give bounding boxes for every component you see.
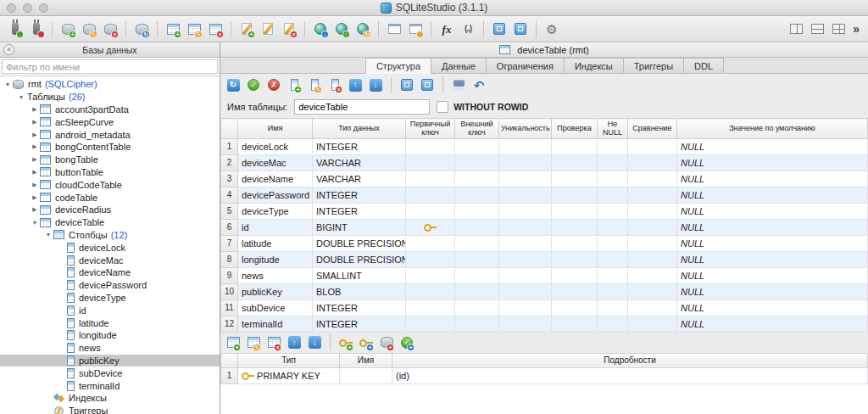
not-null-cell[interactable] (598, 138, 628, 154)
refresh-structure-icon[interactable]: ↻ (224, 76, 242, 94)
tile-windows-icon[interactable] (489, 19, 509, 39)
collation-cell[interactable] (628, 316, 677, 332)
convert-database-icon[interactable]: ↻ (353, 19, 373, 39)
column-type-cell[interactable]: INTEGER (313, 187, 406, 203)
unique-cell[interactable] (499, 138, 552, 154)
without-rowid-checkbox[interactable] (437, 101, 448, 113)
minimize-window-button[interactable] (23, 3, 32, 13)
check-cell[interactable] (552, 299, 598, 316)
tree-item-bongContentTable[interactable]: ▶bongContentTable (0, 141, 220, 154)
primary-key-cell[interactable] (406, 187, 455, 203)
primary-key-cell[interactable] (406, 219, 455, 235)
move-constraint-down-icon[interactable]: ↓ (305, 333, 324, 352)
column-row-deviceType[interactable]: 5deviceTypeINTEGERNULL (221, 203, 868, 219)
unique-cell[interactable] (499, 299, 552, 316)
toolbar-overflow-chevron[interactable]: » (849, 22, 863, 36)
tree-item-deviceLock[interactable]: deviceLock (0, 241, 220, 254)
foreign-key-cell[interactable] (455, 316, 499, 332)
column-name-cell[interactable]: devicePassword (238, 187, 313, 203)
tree-item-publicKey[interactable]: publicKey (0, 355, 220, 367)
collation-cell[interactable] (628, 251, 677, 267)
expand-arrow-icon[interactable]: ▶ (30, 169, 40, 176)
check-cell[interactable] (552, 203, 598, 219)
check-cell[interactable] (552, 138, 598, 154)
expand-arrow-icon[interactable]: ▶ (30, 156, 40, 163)
column-type-cell[interactable]: SMALLINT (313, 267, 406, 283)
column-row-latitude[interactable]: 7latitudeDOUBLE PRECISIONNULL (221, 235, 868, 251)
unique-cell[interactable] (499, 316, 552, 332)
move-constraint-up-icon[interactable]: ↑ (285, 333, 303, 352)
collation-cell[interactable] (628, 283, 677, 299)
default-value-cell[interactable]: NULL (677, 154, 868, 171)
not-null-cell[interactable] (598, 267, 628, 283)
column-row-longitude[interactable]: 8longitudeDOUBLE PRECISIONNULL (221, 251, 868, 267)
tree-item-longitude[interactable]: longitude (0, 329, 220, 342)
export-table-icon[interactable] (449, 76, 468, 94)
tree-item-bongTable[interactable]: ▶bongTable (0, 154, 220, 166)
row-number-cell[interactable]: 11 (221, 299, 238, 316)
row-number-cell[interactable]: 9 (221, 267, 238, 283)
tree-item-Столбцы[interactable]: ▼Столбцы(12) (0, 229, 220, 242)
primary-key-cell[interactable] (406, 316, 455, 332)
collation-cell[interactable] (628, 219, 677, 235)
column-name-cell[interactable]: deviceName (238, 171, 313, 187)
unique-cell[interactable] (499, 187, 552, 203)
open-sql-editor-icon[interactable] (384, 19, 404, 39)
column-type-cell[interactable]: BLOB (313, 283, 406, 299)
primary-key-cell[interactable] (406, 138, 455, 154)
check-cell[interactable] (552, 267, 598, 283)
check-cell[interactable] (552, 251, 598, 267)
remove-constraint-icon[interactable]: × (264, 333, 283, 352)
tree-item-acSleepCurve[interactable]: ▶acSleepCurve (0, 115, 220, 128)
column-row-deviceName[interactable]: 3deviceNameVARCHARNULL (221, 171, 868, 187)
edit-column-icon[interactable]: ✎ (305, 76, 324, 94)
default-value-cell[interactable]: NULL (677, 299, 868, 316)
expand-arrow-icon[interactable]: ▶ (30, 194, 40, 201)
tab-indexes[interactable]: Индексы (564, 58, 624, 73)
column-name-cell[interactable]: deviceLock (238, 138, 313, 154)
default-value-cell[interactable]: NULL (677, 171, 868, 187)
new-table-icon[interactable]: + (163, 19, 183, 39)
column-name-cell[interactable]: deviceMac (238, 154, 313, 171)
collation-cell[interactable] (628, 299, 677, 316)
tab-structure[interactable]: Структура (365, 58, 431, 74)
collation-cell[interactable] (628, 171, 677, 187)
add-check-constraint-icon[interactable]: ✓+ (398, 333, 416, 352)
tree-item-codeTable[interactable]: ▶codeTable (0, 191, 220, 204)
foreign-key-cell[interactable] (455, 171, 499, 187)
collation-cell[interactable] (628, 154, 677, 171)
edit-table-icon[interactable]: ✎ (184, 19, 204, 39)
expand-arrow-icon[interactable]: ▶ (30, 106, 40, 113)
column-name-cell[interactable]: deviceType (238, 203, 313, 219)
add-unique-constraint-icon[interactable]: + (377, 333, 396, 352)
expand-arrow-icon[interactable]: ▶ (30, 206, 40, 213)
collation-cell[interactable] (628, 187, 677, 203)
unique-cell[interactable] (499, 267, 552, 283)
not-null-cell[interactable] (598, 283, 628, 299)
row-number-cell[interactable]: 2 (221, 154, 238, 171)
disconnect-database-icon[interactable] (26, 19, 47, 39)
unique-cell[interactable] (499, 283, 552, 299)
column-name-cell[interactable]: news (238, 267, 313, 283)
foreign-key-cell[interactable] (455, 203, 499, 219)
import-icon[interactable]: ↓ (310, 19, 331, 39)
not-null-cell[interactable] (598, 299, 628, 316)
row-number-cell[interactable]: 1 (221, 138, 238, 154)
default-value-cell[interactable]: NULL (677, 138, 868, 154)
constraint-type-cell[interactable]: PRIMARY KEY (238, 367, 340, 383)
foreign-key-cell[interactable] (455, 251, 499, 267)
unique-cell[interactable] (499, 171, 552, 187)
foreign-key-cell[interactable] (455, 154, 499, 171)
unique-cell[interactable] (499, 154, 552, 171)
maximize-window-icon[interactable] (398, 76, 416, 94)
unique-cell[interactable] (499, 251, 552, 267)
move-column-down-icon[interactable]: ↓ (366, 76, 385, 94)
foreign-key-cell[interactable] (455, 299, 499, 316)
filter-by-name-input[interactable] (2, 59, 218, 74)
constraint-name-cell[interactable] (340, 367, 392, 383)
tree-item-latitude[interactable]: latitude (0, 316, 220, 329)
commit-structure-icon[interactable]: ✓ (244, 76, 263, 94)
edit-constraint-icon[interactable]: ✎ (244, 333, 263, 352)
export-icon[interactable]: ↑ (331, 19, 352, 39)
constraint-row-primary-key[interactable]: 1 PRIMARY KEY(id) (221, 367, 868, 383)
